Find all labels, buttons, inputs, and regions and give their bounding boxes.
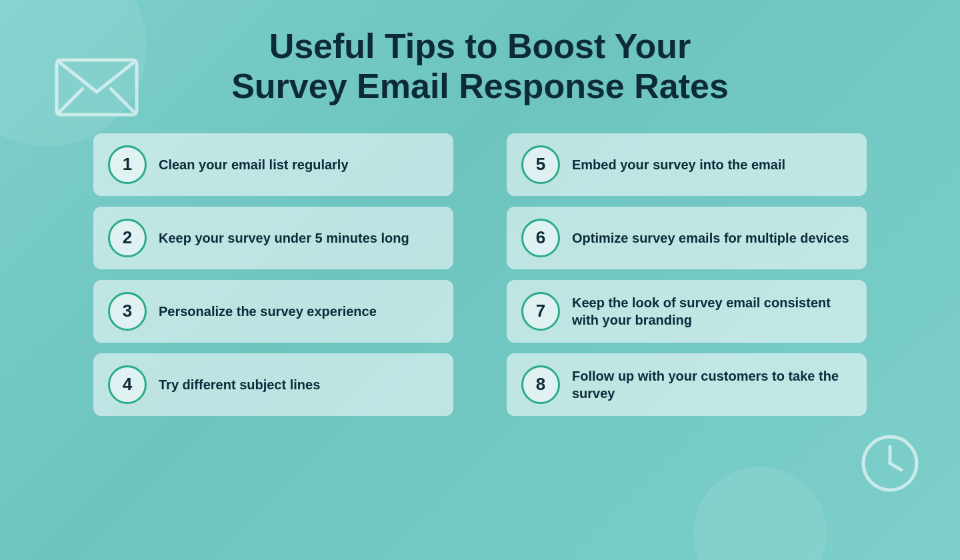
tip-item-6: 6Optimize survey emails for multiple dev…: [507, 207, 867, 269]
tip-text-3: Personalize the survey experience: [159, 303, 377, 320]
tip-number-1: 1: [108, 145, 147, 184]
tip-text-5: Embed your survey into the email: [572, 156, 785, 173]
tip-item-8: 8Follow up with your customers to take t…: [507, 353, 867, 416]
tip-text-7: Keep the look of survey email consistent…: [572, 294, 852, 329]
tip-item-3: 3Personalize the survey experience: [93, 280, 453, 343]
tip-number-4: 4: [108, 365, 147, 404]
tips-grid: 1Clean your email list regularly5Embed y…: [93, 133, 867, 416]
tip-text-6: Optimize survey emails for multiple devi…: [572, 229, 849, 247]
tip-item-4: 4Try different subject lines: [93, 353, 453, 416]
tip-item-7: 7Keep the look of survey email consisten…: [507, 280, 867, 343]
tip-number-7: 7: [521, 292, 560, 331]
tip-item-2: 2Keep your survey under 5 minutes long: [93, 207, 453, 269]
tip-text-1: Clean your email list regularly: [159, 156, 349, 173]
tip-text-2: Keep your survey under 5 minutes long: [159, 229, 409, 247]
tip-number-3: 3: [108, 292, 147, 331]
main-content: Useful Tips to Boost Your Survey Email R…: [0, 0, 960, 560]
tip-text-8: Follow up with your customers to take th…: [572, 367, 852, 402]
tip-number-2: 2: [108, 219, 147, 257]
page-title: Useful Tips to Boost Your Survey Email R…: [231, 27, 729, 107]
tip-item-1: 1Clean your email list regularly: [93, 133, 453, 196]
tip-number-6: 6: [521, 219, 560, 257]
tip-number-8: 8: [521, 365, 560, 404]
tip-item-5: 5Embed your survey into the email: [507, 133, 867, 196]
tip-text-4: Try different subject lines: [159, 376, 320, 393]
tip-number-5: 5: [521, 145, 560, 184]
